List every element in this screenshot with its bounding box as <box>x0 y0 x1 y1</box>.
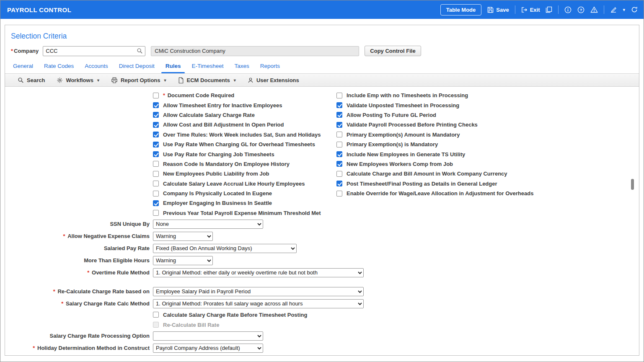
overtime-rule-method-select[interactable]: 1. Original Method: either daily or week… <box>153 268 364 277</box>
save-button[interactable]: Save <box>487 7 509 13</box>
user-icon <box>248 77 253 83</box>
salary-charge-rate-processing-option-select[interactable] <box>153 331 263 341</box>
field-label-text: Allow Negative Expense Claims <box>67 233 150 239</box>
header-actions: Table Mode Save Exit ? <box>440 4 638 16</box>
allow-timesheet-entry-for-inactive-employees-checkbox[interactable] <box>153 102 159 108</box>
calculate-salary-charge-rate-before-timesheet-posting-checkbox[interactable] <box>153 312 159 318</box>
primary-exemption-s-is-mandatory-checkbox[interactable] <box>336 142 342 147</box>
copy-control-file-button[interactable]: Copy Control File <box>365 46 421 56</box>
document-code-required-checkbox[interactable] <box>153 93 159 98</box>
primary-exemption-s-amount-is-mandatory-checkbox[interactable] <box>336 132 342 137</box>
tab-general[interactable]: General <box>8 60 39 73</box>
checkbox-label: Calculate Salary Charge Rate Before Time… <box>163 312 307 318</box>
checkbox-row: Use Pay Rate for Charging Job Timesheets <box>153 149 336 159</box>
enable-override-for-wage-leave-allocation-in-adjustment-for-overheads-checkbox[interactable] <box>336 191 342 197</box>
checkbox-text: Re-Calculate Bill Rate <box>163 322 219 328</box>
tab-rules[interactable]: Rules <box>160 60 186 73</box>
toolbar-ecm-documents[interactable]: ECM Documents▾ <box>178 77 236 83</box>
re-calculate-bill-rate-checkbox[interactable] <box>153 322 159 328</box>
checkbox-label: Allow Cost and Bill Adjustment In Open P… <box>163 122 284 128</box>
checkbox-row: Primary Exemption(s) is Mandatory <box>336 140 533 149</box>
checkbox-label: New Employees Workers Comp from Job <box>347 161 453 167</box>
scrollbar-thumb[interactable] <box>631 179 634 190</box>
search-icon[interactable] <box>137 48 145 54</box>
validate-payroll-processed-before-printing-checks-checkbox[interactable] <box>336 122 342 128</box>
exit-label: Exit <box>530 7 540 13</box>
checkbox-text: Allow Calculate Salary Charge Rate <box>163 112 255 118</box>
tab-taxes[interactable]: Taxes <box>229 60 254 73</box>
toolbar-report-options[interactable]: Report Options▾ <box>111 77 166 83</box>
checkbox-label: Allow Posting To Future GL Period <box>347 112 436 118</box>
validate-unposted-timesheet-in-processing-checkbox[interactable] <box>336 102 342 108</box>
overtime-rule-method-label: * Overtime Rule Method <box>5 269 150 276</box>
warning-icon[interactable] <box>590 6 598 13</box>
use-pay-rate-when-charging-gl-for-overhead-timesheets-checkbox[interactable] <box>153 142 159 147</box>
checkbox-text: Allow Cost and Bill Adjustment In Open P… <box>163 122 284 128</box>
over-time-rules-work-week-includes-sat-sun-and-holidays-checkbox[interactable] <box>153 132 159 137</box>
tab-reports[interactable]: Reports <box>255 60 285 73</box>
table-mode-button[interactable]: Table Mode <box>440 4 482 16</box>
calculate-charge-and-bill-amount-in-work-company-currency-checkbox[interactable] <box>336 171 342 177</box>
tab-rate-codes[interactable]: Rate Codes <box>39 60 79 73</box>
tab-e-timesheet[interactable]: E-Timesheet <box>186 60 229 73</box>
allow-posting-to-future-gl-period-checkbox[interactable] <box>336 112 342 118</box>
checkbox-text: Use Pay Rate When Charging GL for Overhe… <box>163 141 315 147</box>
save-icon <box>487 7 494 13</box>
toolbar-label: Workflows <box>66 77 93 83</box>
checkbox-text: Over Time Rules: Work Week includes Sat,… <box>163 132 321 138</box>
checkbox-label: Calculate Salary Leave Accrual Like Hour… <box>163 181 305 187</box>
allow-calculate-salary-charge-rate-checkbox[interactable] <box>153 112 159 118</box>
chevron-down-icon[interactable]: ▾ <box>623 7 625 13</box>
rules-fields: SSN Unique ByNone* Allow Negative Expens… <box>5 218 639 354</box>
more-than-eligible-hours-select[interactable]: Warning <box>153 256 213 265</box>
holiday-determination-method-label: * Holiday Determination Method in Constr… <box>5 345 150 351</box>
edit-icon[interactable] <box>610 6 617 13</box>
tab-accounts[interactable]: Accounts <box>79 60 114 73</box>
company-input[interactable] <box>43 48 137 54</box>
include-emp-with-no-timesheets-in-processing-checkbox[interactable] <box>336 93 342 98</box>
exit-button[interactable]: Exit <box>521 7 540 13</box>
recalc-charge-rate-based-on-select[interactable]: Employee Salary Paid in Payroll Period <box>153 287 364 296</box>
help-icon[interactable]: ? <box>577 6 585 13</box>
checkbox-label: Include Emp with no Timesheets in Proces… <box>347 92 468 98</box>
payroll-control-window: PAYROLL CONTROL Table Mode Save Exit <box>0 0 644 362</box>
checkbox-label: Post Timesheet/Final Posting as Details … <box>347 181 497 187</box>
calculate-salary-leave-accrual-like-hourly-employees-checkbox[interactable] <box>153 181 159 186</box>
tab-direct-deposit[interactable]: Direct Deposit <box>114 60 160 73</box>
ssn-unique-by-select[interactable]: None <box>153 220 263 229</box>
required-asterisk: * <box>163 92 167 98</box>
checkbox-label: Allow Timesheet Entry for Inactive Emplo… <box>163 102 282 109</box>
reason-code-is-mandatory-on-employee-history-checkbox[interactable] <box>153 161 159 167</box>
allow-negative-expense-claims-select[interactable]: Warning <box>153 232 213 241</box>
new-employees-workers-comp-from-job-checkbox[interactable] <box>336 161 342 167</box>
checkbox-text: Primary Exemption(s) is Mandatory <box>347 141 438 147</box>
allow-cost-and-bill-adjustment-in-open-period-checkbox[interactable] <box>153 122 159 128</box>
info-icon[interactable] <box>564 6 572 13</box>
checkbox-row: New Employees Public Liability from Job <box>153 169 336 178</box>
include-new-employees-in-generate-ts-utility-checkbox[interactable] <box>336 151 342 157</box>
salary-charge-rate-calc-method-select[interactable]: 1. Original Method: Prorates full salary… <box>153 299 364 308</box>
checkbox-column-right: Include Emp with no Timesheets in Proces… <box>336 90 533 218</box>
svg-text:?: ? <box>580 8 582 12</box>
company-label: *Company <box>11 48 39 54</box>
toolbar-user-extensions[interactable]: User Extensions <box>248 77 299 83</box>
employer-engaging-in-business-in-seattle-checkbox[interactable] <box>153 200 159 206</box>
checkbox-text: Calculate Charge and Bill Amount in Work… <box>347 171 507 177</box>
checkbox-row: Use Pay Rate When Charging GL for Overhe… <box>153 140 336 149</box>
post-timesheet-final-posting-as-details-in-general-ledger-checkbox[interactable] <box>336 181 342 186</box>
checkbox-label: Primary Exemption(s) is Mandatory <box>347 141 438 147</box>
checkbox-text: Validate Unposted Timesheet in Processin… <box>347 102 459 109</box>
previous-year-total-payroll-expense-minimum-threshold-met-checkbox[interactable] <box>153 210 159 216</box>
toolbar-workflows[interactable]: Workflows▾ <box>57 77 99 83</box>
holiday-determination-method-select[interactable]: Payroll Company Address (default) <box>153 344 263 353</box>
use-pay-rate-for-charging-job-timesheets-checkbox[interactable] <box>153 151 159 157</box>
refresh-icon[interactable] <box>631 6 638 13</box>
checkbox-row: Calculate Salary Leave Accrual Like Hour… <box>153 179 336 189</box>
company-is-physically-located-in-eugene-checkbox[interactable] <box>153 191 159 197</box>
company-row: *Company CMiC Construction Company Copy … <box>11 46 639 56</box>
salaried-pay-rate-select[interactable]: Fixed (Based On Annual Working Days) <box>153 244 297 253</box>
field-row: Re-Calculate Bill Rate <box>5 320 639 330</box>
reports-icon[interactable] <box>546 6 552 13</box>
new-employees-public-liability-from-job-checkbox[interactable] <box>153 171 159 177</box>
toolbar-search[interactable]: Search <box>18 77 45 83</box>
